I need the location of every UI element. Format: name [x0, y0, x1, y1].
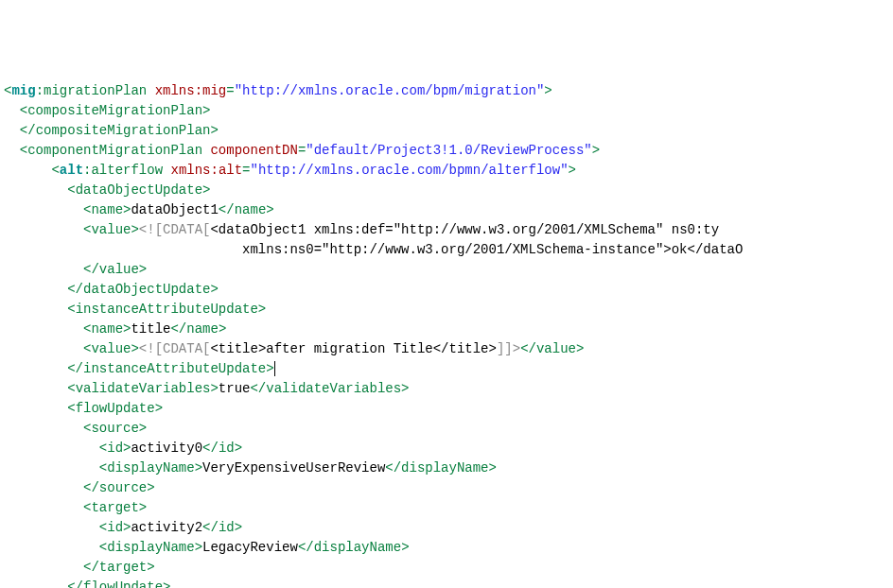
dn-open-1: displayName — [107, 460, 194, 476]
root-prefix: mig — [11, 83, 35, 98]
dn-close-2: displayName — [314, 540, 401, 555]
value-close-2: value — [536, 341, 576, 356]
name-close-2: name — [186, 321, 219, 337]
composite-close: compositeMigrationPlan — [36, 123, 211, 138]
xmlns-mig-attr: xmlns:mig — [155, 83, 227, 98]
componentdn-val: "default/Project3!1.0/ReviewProcess" — [306, 143, 591, 158]
cdata-close-2: ]]> — [497, 341, 520, 356]
id-close-1: id — [219, 441, 235, 456]
componentdn-attr: componentDN — [210, 143, 297, 158]
iau-close: instanceAttributeUpdate — [83, 361, 266, 376]
dataobject1-name: dataObject1 — [131, 202, 218, 217]
target-open: target — [91, 500, 138, 515]
title-inner: <title>after migration Title</title> — [210, 341, 496, 356]
xml-code-block: <mig:migrationPlan xmlns:mig="http://xml… — [0, 79, 893, 588]
xmlns-mig-val: "http://xmlns.oracle.com/bpm/migration" — [235, 83, 545, 98]
name-open-2: name — [91, 321, 123, 337]
cdata-open-2: <![CDATA[ — [139, 341, 211, 356]
dataobject1-inner1: <dataObject1 xmlns:def="http://www.w3.or… — [210, 222, 719, 237]
xmlns-alt-attr: xmlns:alt — [170, 163, 242, 178]
name-close-1: name — [235, 202, 267, 217]
dn-open-2: displayName — [107, 540, 194, 555]
target-close: target — [99, 560, 147, 575]
target-displayname: LegacyReview — [202, 540, 298, 555]
id-close-2: id — [219, 520, 235, 535]
cdata-open-1: <![CDATA[ — [139, 222, 211, 237]
text-cursor — [274, 361, 275, 376]
activity0: activity0 — [131, 441, 202, 456]
title-name: title — [131, 321, 170, 337]
root-name: migrationPlan — [44, 83, 147, 98]
composite-open: compositeMigrationPlan — [27, 103, 202, 118]
source-displayname: VeryExpensiveUserReview — [202, 460, 385, 476]
dou-close: dataObjectUpdate — [83, 282, 210, 297]
alterflow-open: alterflow — [91, 163, 163, 178]
vv-open: validateVariables — [76, 381, 211, 396]
id-open-2: id — [107, 520, 123, 535]
name-open-1: name — [91, 202, 123, 217]
dataobject1-inner2: xmlns:ns0="http://www.w3.org/2001/XMLSch… — [242, 242, 743, 257]
component-open: componentMigrationPlan — [27, 143, 202, 158]
value-open-2: value — [91, 341, 131, 356]
activity2: activity2 — [131, 520, 202, 535]
flowupdate-close: flowUpdate — [83, 579, 163, 588]
vv-close: validateVariables — [266, 381, 401, 396]
dou-open: dataObjectUpdate — [76, 182, 202, 198]
iau-open: instanceAttributeUpdate — [76, 302, 258, 317]
source-close: source — [99, 480, 147, 495]
vv-val: true — [219, 381, 251, 396]
alt-prefix: alt — [60, 163, 83, 178]
id-open-1: id — [107, 441, 123, 456]
flowupdate-open: flowUpdate — [76, 401, 155, 416]
xmlns-alt-val: "http://xmlns.oracle.com/bpmn/alterflow" — [251, 163, 569, 178]
value-close-1: value — [99, 262, 139, 277]
dn-close-1: displayName — [401, 460, 488, 476]
value-open-1: value — [91, 222, 131, 237]
source-open: source — [91, 421, 138, 436]
